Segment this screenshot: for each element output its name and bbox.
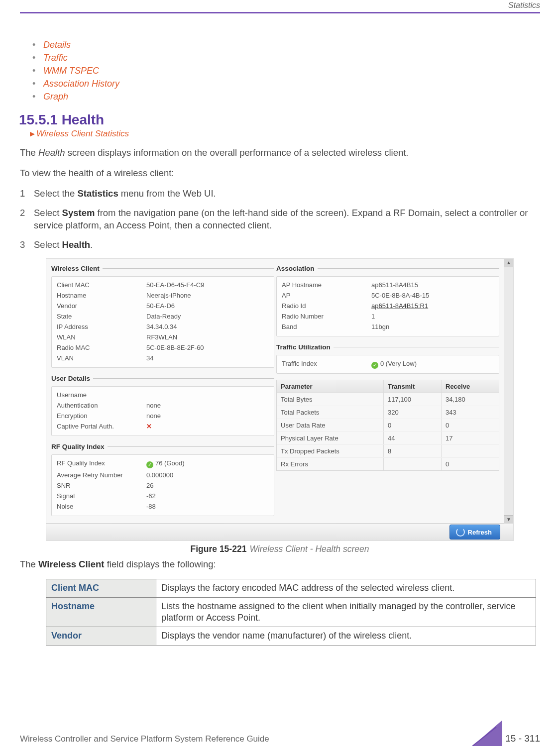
section-breadcrumb: ▶Wireless Client Statistics [30, 129, 540, 139]
step-2: Select System from the navigation pane (… [20, 207, 540, 232]
scrollbar[interactable]: ▲ ▼ [504, 259, 513, 524]
refresh-icon [456, 528, 465, 537]
table-intro: The Wireless Client field displays the f… [20, 558, 540, 571]
group-user-details: User Details [50, 373, 275, 383]
breadcrumb-arrow-icon: ▶ [30, 130, 35, 137]
intro-paragraph: The Health screen displays information o… [20, 147, 540, 159]
page-number: 15 - 311 [505, 733, 540, 744]
traffic-table: Parameter Transmit Receive Total Bytes11… [276, 380, 499, 471]
description-table: Client MACDisplays the factory encoded M… [46, 579, 536, 646]
table-row: Physical Layer Rate4417 [277, 432, 499, 445]
screenshot-health-screen: ▲ ▼ Wireless Client Client MAC50-EA-D6-4… [46, 258, 514, 541]
group-association: Association [275, 263, 500, 273]
table-row: Total Packets320343 [277, 406, 499, 419]
traffic-index-box: Traffic Index✓0 (Very Low) [276, 355, 499, 374]
association-box: AP Hostnameap6511-8A4B15 AP5C-0E-8B-8A-4… [276, 276, 499, 336]
scroll-down-icon[interactable]: ▼ [504, 515, 513, 524]
refresh-button[interactable]: Refresh [449, 525, 500, 539]
table-row: Client MACDisplays the factory encoded M… [46, 579, 536, 597]
group-traffic-utilization: Traffic Utilization [275, 341, 500, 352]
header-bar: Statistics [20, 0, 540, 13]
link-wmm-tspec[interactable]: WMM TSPEC [43, 66, 99, 76]
page-footer: Wireless Controller and Service Platform… [20, 718, 540, 744]
chapter-name: Statistics [508, 1, 540, 10]
step-3: Select Health. [20, 239, 540, 251]
link-details[interactable]: Details [43, 40, 71, 50]
table-row: HostnameLists the hostname assigned to t… [46, 597, 536, 627]
table-row: Rx Errors0 [277, 458, 499, 470]
check-icon: ✓ [146, 461, 153, 468]
link-traffic[interactable]: Traffic [43, 53, 68, 63]
wireless-client-box: Client MAC50-EA-D6-45-F4-C9 HostnameNeer… [51, 276, 274, 368]
howto-paragraph: To view the health of a wireless client: [20, 167, 540, 180]
link-graph[interactable]: Graph [43, 92, 68, 102]
table-header: Parameter Transmit Receive [277, 380, 499, 393]
link-association-history[interactable]: Association History [43, 79, 119, 89]
x-icon: ✕ [146, 423, 152, 430]
breadcrumb-text[interactable]: Wireless Client Statistics [36, 129, 129, 138]
footer-guide-title: Wireless Controller and Service Platform… [20, 734, 269, 744]
check-icon: ✓ [371, 362, 378, 369]
table-row: User Data Rate00 [277, 419, 499, 432]
topic-links: Details Traffic WMM TSPEC Association Hi… [32, 38, 540, 103]
screenshot-footer: Refresh [46, 523, 513, 540]
step-list: Select the Statistics menu from the Web … [20, 188, 540, 251]
step-1: Select the Statistics menu from the Web … [20, 188, 540, 200]
section-heading: 15.5.1 Health [19, 112, 540, 128]
rf-quality-box: RF Quality Index✓76 (Good) Average Retry… [51, 454, 274, 516]
table-row: Total Bytes117,10034,180 [277, 393, 499, 406]
table-row: Tx Dropped Packets8 [277, 445, 499, 458]
scroll-up-icon[interactable]: ▲ [504, 259, 513, 267]
footer-decor-icon [472, 718, 502, 744]
group-wireless-client: Wireless Client [50, 263, 275, 273]
table-row: VendorDisplays the vendor name (manufact… [46, 627, 536, 645]
figure-caption: Figure 15-221Wireless Client - Health sc… [46, 544, 514, 554]
group-rf-quality: RF Quality Index [50, 441, 275, 451]
radio-id-link[interactable]: ap6511-8A4B15:R1 [371, 302, 494, 310]
user-details-box: Username Authenticationnone Encryptionno… [51, 386, 274, 436]
